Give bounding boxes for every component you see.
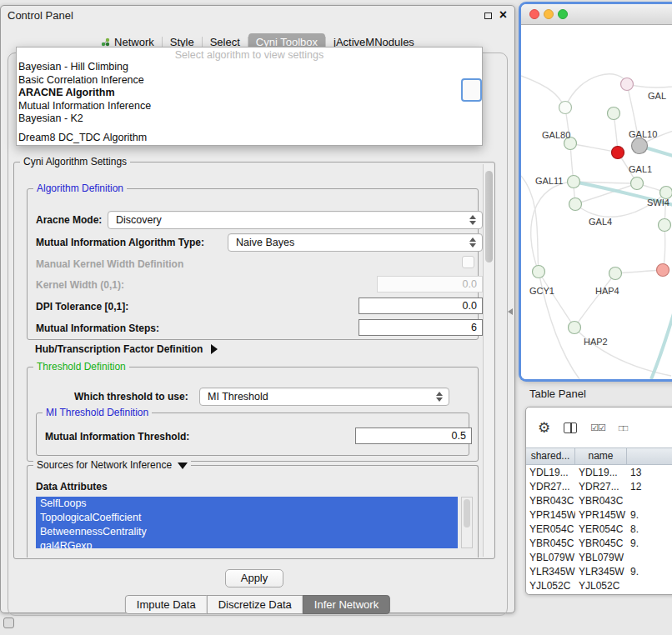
apply-button[interactable]: Apply (225, 569, 283, 588)
table-row[interactable]: YBR045CYBR045C9. (526, 537, 672, 551)
float-window-icon[interactable] (484, 12, 492, 19)
network-node[interactable] (659, 219, 671, 232)
settings-scrollbar[interactable] (483, 164, 494, 557)
scrollbar-thumb[interactable] (485, 171, 493, 262)
table-row[interactable]: YJL052CYJL052C (526, 579, 672, 593)
data-attributes-list: SelfLoopsTopologicalCoefficientBetweenne… (36, 497, 458, 548)
network-node-gcy1[interactable] (533, 266, 545, 278)
attribute-item-betweennesscentrality[interactable]: BetweennessCentrality (36, 525, 458, 539)
combo-stepper-icon (469, 215, 476, 225)
network-node-hap2[interactable] (569, 322, 581, 334)
sources-toggle[interactable]: Sources for Network Inference (33, 459, 191, 471)
network-tab-icon (101, 38, 110, 47)
attribute-item-selfloops[interactable]: SelfLoops (36, 497, 458, 511)
network-node-gal11[interactable] (568, 176, 580, 188)
dpi-tolerance-field[interactable] (359, 298, 483, 314)
table-row[interactable]: YLR345WYLR345W9. (526, 565, 672, 579)
column-header-shared[interactable]: shared... (526, 448, 575, 464)
collapsed-panel-chip[interactable] (3, 618, 14, 628)
table-cell (627, 551, 672, 565)
network-node-hap4[interactable] (609, 268, 622, 280)
table-cell: YBR045C (526, 537, 575, 551)
hub-definition-toggle[interactable]: Hub/Transcription Factor Definition (35, 343, 218, 355)
algorithm-dropdown-popup: Select algorithm to view settings Bayesi… (16, 47, 483, 146)
mi-threshold-group: MI Threshold Definition Mutual Informati… (36, 412, 469, 456)
network-graph: GALGAL80GAL10GAL11GAL1SWI4GAL4GCY1HAP4HA… (521, 26, 672, 379)
network-node[interactable] (657, 264, 669, 277)
table-cell (627, 494, 672, 508)
mi-threshold-label: Mutual Information Threshold: (45, 431, 189, 442)
table-toolbar: ⚙ ☑☑ □□ (538, 421, 627, 435)
data-attributes-label: Data Attributes (36, 481, 108, 492)
which-threshold-combo[interactable]: MI Threshold (199, 388, 449, 406)
node-label-swi4: SWI4 (647, 198, 669, 208)
column-header-2[interactable] (627, 448, 672, 464)
network-node-gal10[interactable] (612, 147, 624, 159)
table-cell: YJL052C (575, 579, 627, 593)
threshold-definition-title: Threshold Definition (33, 361, 129, 372)
combo-stepper-icon (436, 392, 443, 402)
algorithm-option-dream8-dc-tdc-algorithm[interactable]: Dream8 DC_TDC Algorithm (17, 132, 482, 145)
manual-kernel-checkbox[interactable] (462, 256, 474, 268)
algorithm-option-mutual-information-inference[interactable]: Mutual Information Inference (17, 100, 482, 113)
attribute-item-gal4rgexp[interactable]: gal4RGexp (36, 539, 458, 548)
algorithm-option-bayesian-k2[interactable]: Bayesian - K2 (17, 112, 482, 126)
attribute-item-topologicalcoefficient[interactable]: TopologicalCoefficient (36, 511, 458, 525)
manual-kernel-label: Manual Kernel Width Definition (36, 258, 183, 270)
network-canvas[interactable]: GALGAL80GAL10GAL11GAL1SWI4GAL4GCY1HAP4HA… (521, 26, 672, 379)
close-icon[interactable]: × (499, 8, 507, 22)
which-threshold-label: Which threshold to use: (74, 391, 188, 402)
aracne-mode-combo[interactable]: Discovery (108, 211, 483, 229)
zoom-traffic-light[interactable] (558, 9, 568, 19)
node-label-gcy1: GCY1 (529, 286, 554, 296)
hub-definition-label: Hub/Transcription Factor Definition (35, 343, 203, 355)
mi-threshold-field[interactable] (355, 428, 472, 444)
table-row[interactable]: YBL079WYBL079W (526, 551, 672, 565)
network-node[interactable] (559, 102, 572, 114)
algorithm-option-aracne-algorithm[interactable]: ARACNE Algorithm (17, 87, 482, 100)
table-row[interactable]: YPR145WYPR145W9. (526, 508, 672, 522)
network-node[interactable] (608, 108, 620, 120)
table-cell: YDL19... (575, 466, 627, 480)
bottom-tab-discretize-data[interactable]: Discretize Data (207, 595, 303, 614)
attributes-scrollbar[interactable] (461, 497, 473, 548)
close-traffic-light[interactable] (529, 9, 539, 19)
panel-splitter-arrow[interactable] (508, 308, 513, 315)
kernel-width-field[interactable] (377, 276, 483, 292)
network-window-titlebar[interactable] (521, 4, 672, 25)
table-cell: 9. (627, 537, 672, 551)
column-header-name[interactable]: name (575, 448, 627, 464)
table-row[interactable]: YBR043CYBR043C (526, 494, 672, 508)
network-node-gal1[interactable] (631, 178, 644, 190)
algorithm-option-basic-correlation-inference[interactable]: Basic Correlation Inference (17, 74, 482, 88)
gear-icon[interactable]: ⚙ (538, 421, 550, 435)
collapse-down-icon (178, 462, 188, 469)
table-row[interactable]: YDR27...YDR27...12 (526, 480, 672, 494)
mi-steps-field[interactable] (359, 319, 483, 336)
node-label-hap2: HAP2 (584, 337, 608, 347)
mi-type-combo[interactable]: Naive Bayes (228, 233, 483, 252)
bottom-tab-infer-network[interactable]: Infer Network (303, 595, 390, 614)
threshold-definition-group: Threshold Definition Which threshold to … (27, 367, 479, 462)
table-row[interactable]: YER054CYER054C8. (526, 522, 672, 537)
network-node[interactable] (632, 138, 648, 154)
window-title: Control Panel (8, 9, 73, 22)
select-columns-icon[interactable]: ☑☑ (590, 422, 605, 433)
minimize-traffic-light[interactable] (544, 9, 554, 19)
table-panel-title: Table Panel (529, 388, 586, 400)
node-label-gal1: GAL1 (629, 164, 652, 174)
network-node[interactable] (621, 78, 634, 91)
deselect-columns-icon[interactable]: □□ (619, 423, 627, 432)
sources-group: Sources for Network Inference Data Attri… (27, 465, 479, 558)
table-cell: 9. (627, 508, 672, 522)
bottom-tab-impute-data[interactable]: Impute Data (125, 595, 208, 614)
desktop: Control Panel × NetworkStyleSelectCyni T… (0, 0, 672, 635)
algorithm-definition-group: Algorithm Definition Aracne Mode: Discov… (27, 188, 479, 340)
network-node-gal4[interactable] (569, 198, 582, 211)
algorithm-combo-fragment[interactable] (461, 78, 482, 102)
columns-icon[interactable] (564, 422, 577, 433)
control-panel-window: Control Panel × NetworkStyleSelectCyni T… (0, 5, 515, 613)
table-row[interactable]: YDL19...YDL19...13 (526, 466, 672, 480)
table-cell: 13 (627, 466, 672, 480)
algorithm-option-bayesian-hill-climbing[interactable]: Bayesian - Hill Climbing (17, 61, 482, 74)
